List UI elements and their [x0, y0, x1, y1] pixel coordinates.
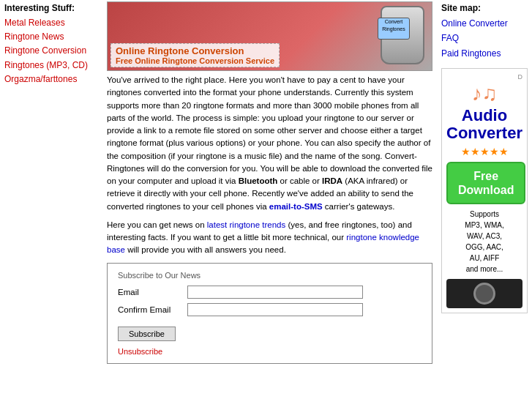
ad-box: D ♪♫ Audio Converter ★★★★★ Free Download… [441, 68, 528, 313]
confirm-email-form-row: Confirm Email [118, 303, 422, 316]
free-download-line2: Download [458, 184, 514, 196]
sidebar-link-metal-releases[interactable]: Metal Releases [4, 16, 98, 30]
sidebar-link-ringtone-news[interactable]: Ringtone News [4, 30, 98, 44]
or-cable-text: or cable or [277, 176, 322, 185]
phone-screen: Convert Ringtones [378, 18, 410, 40]
content-paragraph-1: You've arrived to the right place. Here … [107, 74, 432, 213]
email-label: Email [118, 288, 187, 297]
sidebar-link-ringtone-conversion[interactable]: Ringtone Conversion [4, 44, 98, 58]
confirm-email-input[interactable] [187, 303, 363, 316]
unsubscribe-link[interactable]: Unsubscribe [118, 347, 422, 356]
ad-supports-text: Supports MP3, WMA, WAV, AC3, OGG, AAC, A… [446, 209, 522, 275]
music-notes-icon: ♪♫ [446, 82, 522, 105]
ad-title-line1: Audio [462, 106, 507, 124]
header-breadcrumb: Online Ringtone Conversion [116, 45, 274, 56]
subscribe-title: Subscribe to Our News [118, 271, 422, 280]
email-input[interactable] [187, 286, 363, 299]
paragraph2-start: Here you can get news on [107, 220, 207, 229]
ad-title-line2: Converter [446, 124, 522, 142]
star-rating: ★★★★★ [446, 146, 522, 157]
speaker-icon [473, 283, 495, 305]
header-title-box: Online Ringtone Conversion Free Online R… [110, 43, 280, 67]
phone-image: Convert Ringtones [381, 6, 424, 64]
email-sms-link[interactable]: email-to-SMS [269, 202, 323, 211]
irda-text: IRDA [322, 176, 342, 185]
free-download-line1: Free [473, 170, 498, 182]
subscribe-box: Subscribe to Our News Email Confirm Emai… [107, 263, 432, 364]
sitemap-link-online-converter[interactable]: Online Converter [441, 16, 528, 31]
ringtone-trends-link[interactable]: latest ringtone trends [207, 220, 285, 229]
ad-label: D [446, 73, 522, 81]
sidebar-link-ringtones-mp3-cd[interactable]: Ringtones (MP3, CD) [4, 59, 98, 72]
header-banner: Convert Ringtones Online Ringtone Conver… [107, 1, 432, 71]
header-subtitle: Free Online Ringtone Conversion Service [116, 56, 274, 65]
paragraph2-end: will provide you with all answers you ne… [125, 245, 286, 254]
bluetooth-text: Bluetooth [239, 176, 278, 185]
paragraph1-text: You've arrived to the right place. Here … [107, 75, 432, 185]
sitemap-link-paid-ringtones[interactable]: Paid Ringtones [441, 46, 528, 61]
interesting-stuff-heading: Interesting Stuff: [4, 3, 98, 13]
after-email-sms-text: carrier's gateways. [323, 202, 395, 211]
sitemap-heading: Site map: [441, 3, 528, 13]
content-paragraph-2: Here you can get news on latest ringtone… [107, 219, 432, 257]
sidebar-link-orgazma[interactable]: Orgazma/farttones [4, 72, 98, 86]
ad-title: Audio Converter [446, 107, 522, 142]
subscribe-button[interactable]: Subscribe [118, 327, 176, 341]
free-download-button[interactable]: Free Download [446, 162, 525, 204]
sitemap-link-faq[interactable]: FAQ [441, 31, 528, 45]
email-form-row: Email [118, 286, 422, 299]
ad-bottom-image [446, 279, 522, 308]
confirm-email-label: Confirm Email [118, 305, 187, 314]
